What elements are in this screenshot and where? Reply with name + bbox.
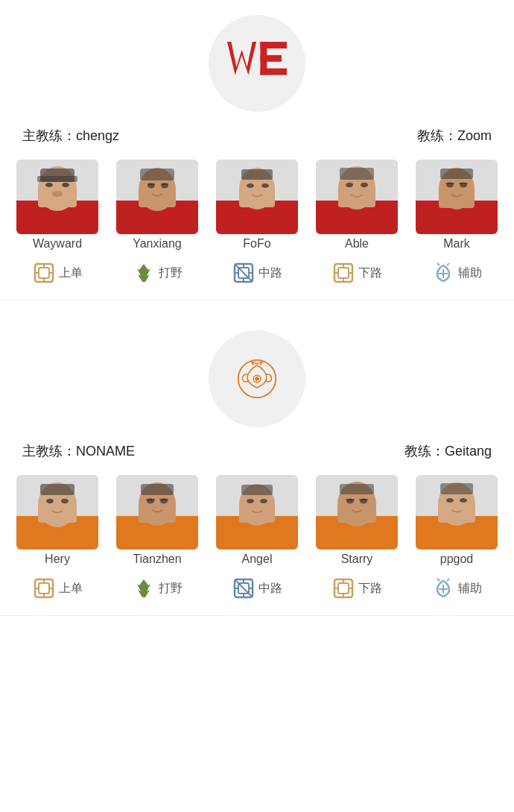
- player-yanxiang: Yanxiang: [112, 160, 202, 251]
- team1-roles: 上单 打野 中路: [0, 255, 514, 300]
- role2-mid-label: 中路: [258, 581, 282, 597]
- team2-roles: 上单 打野 中路: [0, 570, 514, 616]
- role-jungle: 打野: [132, 261, 183, 285]
- svg-rect-30: [439, 189, 475, 208]
- svg-rect-72: [141, 484, 174, 495]
- svg-rect-50: [338, 268, 349, 278]
- svg-marker-0: [227, 42, 256, 75]
- jungle-icon: [132, 261, 156, 285]
- svg-rect-104: [338, 583, 349, 594]
- player-ppgod-face-svg: [431, 478, 483, 545]
- player-mark-face-svg: [431, 163, 483, 230]
- bot-lane-icon-2: [331, 576, 355, 600]
- svg-point-34: [460, 183, 467, 188]
- role-top-label: 上单: [59, 265, 83, 281]
- svg-rect-20: [239, 189, 275, 207]
- player-hery: Hery: [13, 475, 102, 566]
- svg-rect-77: [241, 485, 273, 495]
- role2-bot-label: 下路: [358, 581, 382, 597]
- svg-point-64: [61, 499, 69, 503]
- svg-line-111: [437, 579, 440, 581]
- svg-rect-67: [139, 504, 176, 523]
- team1-logo: [209, 15, 305, 112]
- svg-rect-23: [241, 169, 273, 180]
- svg-point-71: [160, 499, 168, 504]
- svg-line-58: [447, 263, 449, 265]
- player-wayward-face-svg: [31, 163, 83, 230]
- svg-rect-89: [440, 483, 473, 494]
- team2-coach: 教练：Geitang: [404, 442, 492, 460]
- svg-point-7: [45, 183, 53, 187]
- support-icon-2: [431, 576, 455, 600]
- player-tianzhen-face-svg: [131, 478, 183, 545]
- team2-logo: [209, 330, 305, 427]
- mid-lane-icon: [232, 261, 256, 285]
- role-top: 上单: [32, 261, 83, 285]
- svg-point-70: [147, 499, 154, 504]
- svg-rect-4: [260, 69, 287, 75]
- svg-rect-13: [139, 189, 176, 207]
- svg-rect-86: [438, 504, 475, 523]
- svg-rect-28: [340, 168, 374, 180]
- svg-rect-3: [260, 55, 281, 62]
- svg-rect-65: [40, 484, 74, 495]
- team2-coaches: 主教练：NONAME 教练：Geitang: [0, 442, 514, 460]
- player-starry-name: Starry: [312, 553, 402, 566]
- player-angel-name: Angel: [212, 553, 302, 566]
- role2-support-label: 辅助: [458, 581, 482, 597]
- svg-rect-79: [337, 504, 376, 523]
- player-starry-photo: [316, 475, 398, 550]
- bot-lane-icon: [331, 261, 355, 285]
- team2-players: Hery Tianzhen: [0, 475, 514, 566]
- player-angel-face-svg: [231, 478, 283, 545]
- player-ppgod-name: ppgod: [412, 553, 501, 566]
- svg-point-63: [46, 499, 54, 503]
- top-lane-icon-2: [32, 576, 56, 600]
- player-angel-photo: [216, 475, 298, 550]
- role-jungle-label: 打野: [159, 265, 183, 281]
- team1-coach: 教练：Zoom: [417, 127, 492, 145]
- svg-line-57: [437, 263, 440, 265]
- player-fofo: FoFo: [212, 160, 302, 251]
- player-tianzhen: Tianzhen: [112, 475, 202, 566]
- player-hery-face-svg: [31, 478, 83, 545]
- sn-logo-svg: [227, 356, 287, 401]
- role2-mid: 中路: [232, 576, 282, 600]
- role2-jungle-label: 打野: [159, 581, 183, 597]
- player-mark: Mark: [412, 160, 501, 251]
- mid-lane-icon-2: [232, 576, 256, 600]
- player-wayward-name: Wayward: [13, 237, 102, 251]
- top-lane-icon: [32, 261, 56, 285]
- role2-bot: 下路: [331, 576, 382, 600]
- player-starry-face-svg: [331, 478, 383, 545]
- role2-top-label: 上单: [59, 581, 83, 597]
- svg-point-22: [261, 183, 269, 188]
- svg-rect-11: [37, 176, 77, 182]
- player-yanxiang-photo: [116, 160, 198, 234]
- svg-rect-37: [39, 268, 49, 278]
- team1-section: 主教练：chengz 教练：Zoom Wayward: [0, 0, 514, 308]
- svg-rect-84: [340, 484, 374, 494]
- svg-point-88: [460, 498, 467, 503]
- player-fofo-face-svg: [231, 163, 283, 230]
- player-mark-photo: [416, 160, 498, 234]
- svg-line-112: [447, 579, 449, 581]
- svg-point-16: [147, 183, 155, 189]
- role2-top: 上单: [32, 576, 83, 600]
- team1-players: Wayward Yanxiang: [0, 160, 514, 251]
- svg-rect-18: [140, 169, 174, 180]
- svg-point-76: [260, 499, 267, 503]
- player-fofo-name: FoFo: [212, 237, 302, 251]
- player-ppgod: ppgod: [412, 475, 501, 566]
- svg-point-27: [361, 183, 368, 187]
- svg-point-33: [446, 183, 454, 188]
- svg-point-83: [360, 499, 367, 504]
- player-ppgod-photo: [416, 475, 498, 550]
- role-bot: 下路: [331, 261, 382, 285]
- svg-point-75: [247, 499, 254, 503]
- team1-coaches: 主教练：chengz 教练：Zoom: [0, 127, 514, 145]
- player-yanxiang-face-svg: [131, 163, 183, 230]
- player-tianzhen-name: Tianzhen: [112, 553, 202, 566]
- player-starry: Starry: [312, 475, 402, 566]
- we-logo-svg: [227, 41, 287, 86]
